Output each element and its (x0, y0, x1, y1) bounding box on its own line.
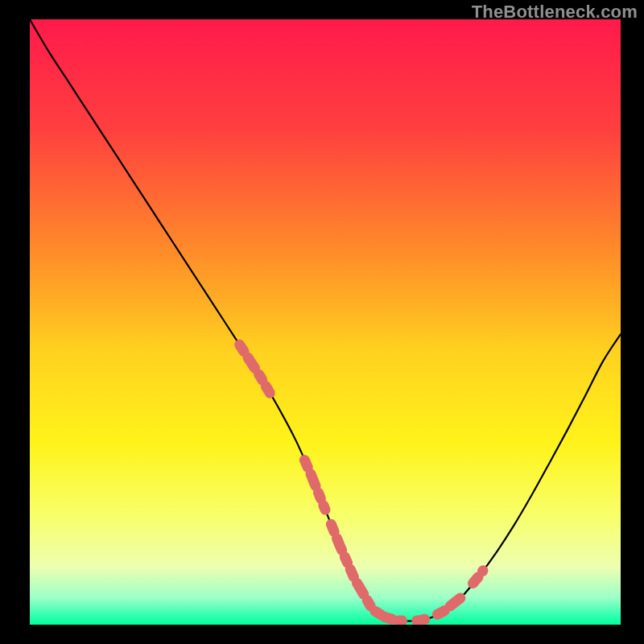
gradient-background (30, 19, 621, 625)
chart-stage: TheBottleneck.com (0, 0, 644, 644)
watermark-text: TheBottleneck.com (472, 2, 638, 23)
highlight-segment (417, 617, 431, 621)
bottleneck-plot (0, 0, 644, 644)
highlight-segment (384, 617, 402, 621)
